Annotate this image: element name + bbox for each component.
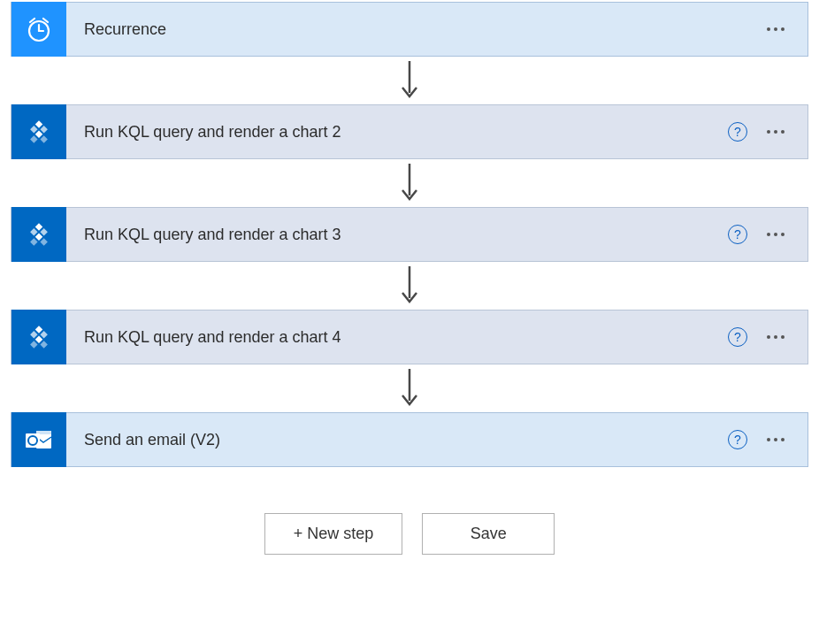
step-title: Recurrence (66, 20, 763, 39)
clock-icon (23, 13, 55, 45)
svg-rect-14 (40, 228, 47, 235)
save-button[interactable]: Save (422, 513, 555, 555)
svg-rect-10 (40, 135, 47, 142)
help-icon[interactable]: ? (728, 327, 747, 347)
step-title: Run KQL query and render a chart 2 (66, 123, 728, 142)
ade-icon-box (11, 207, 66, 262)
svg-rect-24 (40, 341, 47, 348)
svg-rect-22 (30, 331, 37, 338)
ade-icon-box (11, 104, 66, 159)
step-recurrence[interactable]: Recurrence (11, 2, 808, 57)
data-explorer-icon (20, 216, 57, 253)
help-icon[interactable]: ? (728, 430, 747, 449)
step-send-email[interactable]: Send an email (V2) ? (11, 412, 808, 467)
more-menu-button[interactable] (763, 24, 788, 34)
step-actions: ? (728, 327, 808, 347)
outlook-icon (22, 423, 56, 456)
arrow-connector (2, 57, 817, 104)
svg-rect-25 (30, 341, 37, 348)
svg-rect-6 (35, 120, 42, 127)
svg-rect-18 (30, 238, 37, 245)
svg-rect-11 (30, 135, 37, 142)
step-actions: ? (728, 225, 808, 244)
step-actions (763, 24, 808, 34)
outlook-icon-box (11, 412, 66, 467)
step-title: Run KQL query and render a chart 3 (66, 226, 728, 244)
help-icon[interactable]: ? (728, 225, 747, 244)
svg-rect-23 (35, 336, 42, 343)
step-actions: ? (728, 122, 808, 142)
svg-rect-15 (30, 228, 37, 235)
arrow-connector (2, 364, 817, 412)
data-explorer-icon (20, 318, 57, 356)
step-kql-4[interactable]: Run KQL query and render a chart 4 ? (11, 310, 808, 364)
svg-rect-9 (35, 131, 42, 138)
step-title: Send an email (V2) (66, 431, 728, 449)
svg-rect-17 (40, 238, 47, 245)
new-step-button[interactable]: + New step (264, 513, 403, 555)
ade-icon-box (11, 310, 66, 364)
svg-rect-13 (35, 223, 42, 230)
more-menu-button[interactable] (763, 126, 788, 137)
recurrence-icon-box (11, 2, 66, 57)
more-menu-button[interactable] (763, 434, 788, 445)
step-kql-2[interactable]: Run KQL query and render a chart 2 ? (11, 104, 808, 159)
arrow-connector (2, 159, 817, 207)
flow-container: Recurrence Run KQL query and render a ch… (2, 2, 817, 555)
help-icon[interactable]: ? (728, 122, 747, 142)
svg-rect-8 (30, 126, 37, 133)
step-kql-3[interactable]: Run KQL query and render a chart 3 ? (11, 207, 808, 262)
svg-rect-21 (40, 331, 47, 338)
svg-rect-16 (35, 234, 42, 241)
more-menu-button[interactable] (763, 332, 788, 342)
svg-rect-7 (40, 126, 47, 133)
data-explorer-icon (20, 113, 57, 150)
svg-rect-20 (35, 326, 42, 333)
step-title: Run KQL query and render a chart 4 (66, 328, 728, 347)
button-row: + New step Save (2, 513, 817, 555)
step-actions: ? (728, 430, 808, 449)
arrow-connector (2, 262, 817, 310)
more-menu-button[interactable] (763, 229, 788, 240)
